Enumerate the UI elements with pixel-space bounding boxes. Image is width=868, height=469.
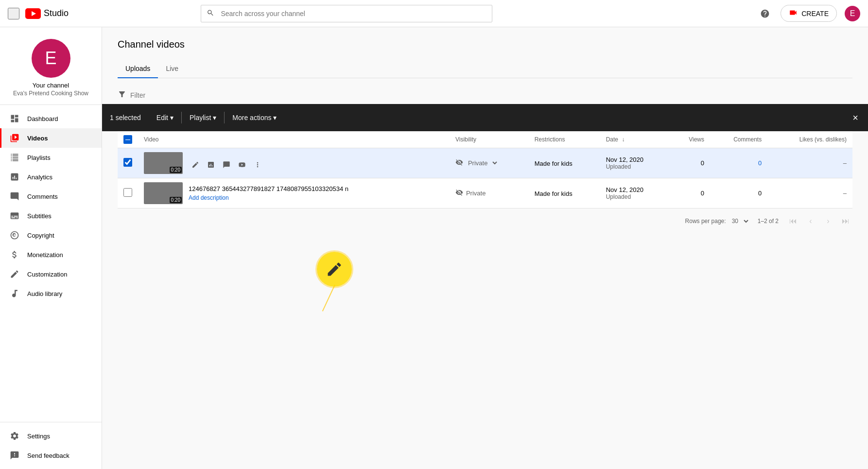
filter-input[interactable] [130,91,215,99]
prev-page-button[interactable]: ‹ [804,214,817,228]
row1-visibility-select[interactable]: Private Public Unlisted [466,159,499,167]
sidebar-item-send-feedback[interactable]: Send feedback [0,446,102,465]
sidebar-bottom: Settings Send feedback [0,422,102,469]
dashboard-icon [10,114,19,123]
row1-date-sub: Uploaded [606,163,665,170]
sidebar-item-label: Copyright [27,232,54,239]
sidebar-item-dashboard[interactable]: Dashboard [0,109,102,128]
sidebar-item-subtitles[interactable]: Subtitles [0,206,102,226]
more-actions-button[interactable]: More actions ▾ [228,111,280,124]
sidebar-item-settings[interactable]: Settings [0,426,102,446]
col-checkbox [118,131,138,148]
row1-comments[interactable]: 0 [710,148,767,178]
topbar-left: Studio [8,8,69,19]
sidebar-item-playlists[interactable]: Playlists [0,148,102,167]
row2-date-sub: Uploaded [606,193,665,200]
sidebar-item-label: Customization [27,271,67,278]
last-page-button[interactable]: ⏭ [839,214,852,228]
sidebar-channel-subtitle: Eva's Pretend Cooking Show [13,90,88,97]
sidebar-item-label: Settings [27,433,50,440]
row1-youtube-button[interactable] [235,158,249,172]
row1-comments-button[interactable] [220,158,233,172]
col-likes-header: Likes (vs. dislikes) [767,131,852,148]
row2-visibility-cell: Private [450,178,529,208]
row2-title: 124676827 365443277891827 17480879551033… [189,185,444,192]
create-label: CREATE [801,10,829,17]
tab-live[interactable]: Live [158,60,186,78]
copyright-icon [10,230,19,240]
send-feedback-icon [10,451,19,460]
sidebar-item-label: Send feedback [27,452,69,459]
row2-checkbox[interactable] [123,188,132,197]
edit-label: Edit [156,114,168,122]
row1-checkbox[interactable] [123,158,132,167]
col-views-header: Views [671,131,710,148]
sidebar-item-customization[interactable]: Customization [0,264,102,284]
sel-divider-2 [224,112,225,123]
row2-views: 0 [671,178,710,208]
row1-views: 0 [671,148,710,178]
edit-dropdown-icon: ▾ [170,114,174,122]
row2-restrictions-cell: Made for kids [529,178,600,208]
video-table: Video Visibility Restrictions Date ↓ Vie… [118,131,852,208]
rows-per-page-select[interactable]: 30 50 100 [730,217,750,225]
table-wrapper: Video Visibility Restrictions Date ↓ Vie… [118,131,852,208]
sidebar-item-videos[interactable]: Videos [0,128,102,148]
sidebar-item-audio-library[interactable]: Audio library [0,284,102,303]
row1-thumbnail: 0:20 [144,152,183,174]
sidebar-item-label: Comments [27,193,58,200]
playlist-dropdown-icon: ▾ [213,114,216,122]
row2-video-info: 124676827 365443277891827 17480879551033… [189,185,444,201]
row1-video-cell: 0:20 [138,148,450,178]
sort-icon: ↓ [622,136,625,143]
select-all-checkbox[interactable] [123,135,132,144]
col-video-header: Video [138,131,450,148]
page-title: Channel videos [118,39,852,50]
playlist-button[interactable]: Playlist ▾ [186,111,220,124]
sidebar-nav: Dashboard Videos Playlists Analytics [0,105,102,422]
user-avatar-button[interactable]: E [845,6,860,21]
pagination: Rows per page: 30 50 100 1–2 of 2 ⏮ ‹ › … [118,208,852,234]
search-input[interactable] [201,5,492,22]
youtube-logo-icon [25,8,41,19]
tab-uploads[interactable]: Uploads [118,60,158,78]
row1-visibility-cell: Private Public Unlisted [450,148,529,178]
edit-button[interactable]: Edit ▾ [153,111,177,124]
next-page-button[interactable]: › [821,214,835,228]
row1-checkbox-cell [118,148,138,178]
analytics-icon [10,172,19,182]
sidebar-item-comments[interactable]: Comments [0,187,102,206]
row1-duration: 0:20 [170,167,182,173]
audio-library-icon [10,289,19,298]
logo[interactable]: Studio [25,8,69,19]
first-page-button[interactable]: ⏮ [786,214,800,228]
col-restrictions-header: Restrictions [529,131,600,148]
sidebar-item-monetization[interactable]: Monetization [0,245,102,264]
row1-analytics-button[interactable] [204,158,218,172]
col-comments-header: Comments [710,131,767,148]
create-button[interactable]: CREATE [781,5,837,22]
camera-icon [789,8,798,18]
row2-visibility-icon [455,189,463,198]
sidebar-item-copyright[interactable]: Copyright [0,226,102,245]
more-actions-dropdown-icon: ▾ [273,114,277,122]
sidebar-item-label: Analytics [27,174,52,181]
sidebar-item-label: Subtitles [27,212,52,220]
videos-icon [10,133,19,143]
topbar-right: CREATE E [757,5,860,22]
row1-date-cell: Nov 12, 2020 Uploaded [600,148,671,178]
selection-close-button[interactable]: × [851,110,860,125]
row2-likes: – [767,178,852,208]
table-row: 0:20 124676827 365443277891827 174808795… [118,178,852,208]
sidebar-item-analytics[interactable]: Analytics [0,167,102,187]
edit-cursor-overlay [317,252,352,287]
help-button[interactable] [757,6,773,21]
filter-icon[interactable] [118,90,126,100]
sidebar-item-label: Monetization [27,251,63,259]
row1-more-button[interactable] [251,158,264,172]
edit-cursor-line [322,285,335,312]
row1-edit-button[interactable] [189,158,202,172]
customization-icon [10,269,19,279]
menu-button[interactable] [8,8,19,19]
main-content: Channel videos Uploads Live 1 selected E… [102,27,868,469]
